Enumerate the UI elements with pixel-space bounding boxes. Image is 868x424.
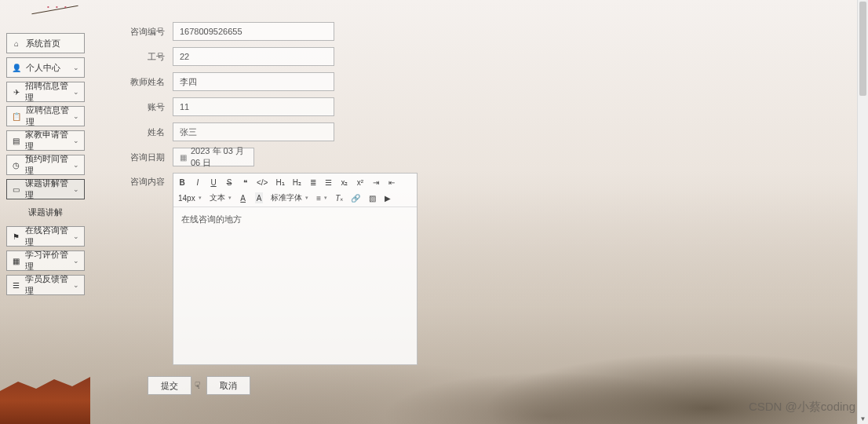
sidebar-item-label: 学员反馈管理 — [25, 273, 73, 297]
job-no-input[interactable] — [173, 47, 334, 66]
consult-no-input[interactable] — [173, 22, 334, 41]
sidebar-item-label: 招聘信息管理 — [25, 80, 73, 104]
chevron-down-icon: ⌄ — [73, 161, 79, 169]
chevron-down-icon: ⌄ — [73, 88, 79, 96]
sidebar-item-label: 家教申请管理 — [25, 129, 73, 152]
clipboard-icon: 📋 — [12, 111, 21, 121]
editor-toolbar: B I U S ❝ </> H₁ H₂ ≣ ☰ x₂ x² ⇥ ⇤ 14px▾ … — [173, 174, 417, 207]
consult-content-label: 咨询内容 — [116, 176, 165, 188]
scroll-down-arrow-icon[interactable]: ▼ — [858, 413, 868, 424]
sidebar-item-lecture[interactable]: ▭ 课题讲解管理 ⌄ — [6, 179, 85, 199]
code-button[interactable]: </> — [257, 177, 268, 188]
ordered-list-button[interactable]: ≣ — [309, 177, 317, 188]
superscript-button[interactable]: x² — [356, 177, 364, 188]
flag-icon: ⚑ — [12, 232, 20, 241]
chevron-down-icon: ⌄ — [73, 232, 79, 240]
sidebar-item-label: 应聘信息管理 — [26, 104, 73, 128]
account-label: 账号 — [116, 101, 165, 113]
send-icon: ✈ — [12, 87, 20, 97]
clock-icon: ◷ — [12, 160, 20, 170]
sidebar-item-label: 学习评价管理 — [25, 249, 73, 272]
bold-button[interactable]: B — [178, 177, 186, 188]
strike-button[interactable]: S — [225, 177, 233, 188]
chevron-down-icon: ⌄ — [73, 185, 79, 193]
italic-button[interactable]: I — [194, 177, 202, 188]
sidebar-item-consult[interactable]: ⚑ 在线咨询管理 ⌄ — [6, 226, 85, 247]
home-icon: ⌂ — [12, 38, 21, 48]
sidebar-subitem-label: 课题讲解 — [28, 207, 63, 218]
main-form: 咨询编号 工号 教师姓名 账号 姓名 咨询日期 ▦ 2023 年 03 月 06… — [116, 22, 852, 395]
sidebar-item-label: 系统首页 — [26, 38, 60, 49]
chevron-down-icon: ⌄ — [73, 64, 79, 71]
indent-button[interactable]: ⇥ — [372, 177, 380, 188]
account-input[interactable] — [173, 97, 334, 116]
feedback-icon: ☰ — [12, 280, 20, 290]
h1-button[interactable]: H₁ — [275, 177, 284, 188]
sidebar-item-schedule[interactable]: ◷ 预约时间管理 ⌄ — [6, 155, 85, 175]
book-icon: ▤ — [12, 136, 20, 145]
chevron-down-icon: ⌄ — [73, 257, 79, 265]
user-icon: 👤 — [12, 63, 21, 72]
cursor-icon: ☟ — [195, 380, 200, 391]
sidebar-item-profile[interactable]: 👤 个人中心 ⌄ — [6, 57, 85, 78]
sidebar-item-label: 在线咨询管理 — [25, 225, 73, 248]
unordered-list-button[interactable]: ☰ — [325, 177, 333, 188]
name-input[interactable] — [173, 122, 334, 141]
sidebar-item-label: 个人中心 — [26, 62, 60, 74]
link-button[interactable]: 🔗 — [351, 192, 360, 203]
fontsize-select[interactable]: 14px▾ — [178, 194, 202, 203]
job-no-label: 工号 — [116, 51, 165, 63]
chevron-down-icon: ⌄ — [73, 112, 79, 120]
scrollbar-thumb[interactable] — [859, 2, 866, 96]
sidebar-item-label: 预约时间管理 — [25, 153, 73, 177]
submit-button[interactable]: 提交 — [148, 376, 191, 395]
paragraph-select[interactable]: 文本▾ — [210, 192, 232, 203]
clear-format-button[interactable]: Tₓ — [335, 192, 343, 203]
chevron-down-icon: ⌄ — [73, 281, 79, 289]
sidebar-item-tutor[interactable]: ▤ 家教申请管理 ⌄ — [6, 130, 85, 151]
sidebar-item-feedback[interactable]: ☰ 学员反馈管理 ⌄ — [6, 275, 85, 295]
calendar-icon: ▦ — [180, 153, 187, 162]
sidebar-subitem-lecture[interactable]: 课题讲解 — [6, 203, 85, 221]
teacher-name-input[interactable] — [173, 72, 334, 91]
quote-button[interactable]: ❝ — [241, 177, 249, 188]
image-button[interactable]: ▧ — [368, 192, 376, 203]
fontfamily-select[interactable]: 标准字体▾ — [271, 192, 308, 203]
sidebar-item-apply[interactable]: 📋 应聘信息管理 ⌄ — [6, 106, 85, 126]
vertical-scrollbar[interactable]: ▲ ▼ — [857, 0, 868, 424]
consult-date-label: 咨询日期 — [116, 152, 165, 163]
bg-color-button[interactable]: A — [255, 192, 264, 203]
chat-icon: ▭ — [12, 185, 20, 194]
outdent-button[interactable]: ⇤ — [388, 177, 396, 188]
text-color-button[interactable]: A — [239, 192, 247, 203]
chevron-down-icon: ⌄ — [73, 137, 79, 144]
h2-button[interactable]: H₂ — [293, 177, 301, 188]
subscript-button[interactable]: x₂ — [341, 177, 348, 188]
video-button[interactable]: ▶ — [384, 192, 392, 203]
sidebar-item-label: 课题讲解管理 — [25, 177, 73, 201]
sidebar-item-recruit[interactable]: ✈ 招聘信息管理 ⌄ — [6, 82, 85, 102]
rich-text-editor: B I U S ❝ </> H₁ H₂ ≣ ☰ x₂ x² ⇥ ⇤ 14px▾ … — [173, 173, 418, 365]
name-label: 姓名 — [116, 126, 165, 138]
consult-date-value: 2023 年 03 月 06 日 — [191, 145, 247, 169]
editor-content[interactable]: 在线咨询的地方 — [173, 207, 417, 364]
sidebar: ⌂ 系统首页 👤 个人中心 ⌄ ✈ 招聘信息管理 ⌄ 📋 应聘信息管理 ⌄ ▤ … — [6, 33, 85, 299]
watermark: CSDN @小蔡coding — [749, 400, 855, 415]
sidebar-item-home[interactable]: ⌂ 系统首页 — [6, 33, 85, 53]
consult-date-input[interactable]: ▦ 2023 年 03 月 06 日 — [173, 148, 254, 166]
grid-icon: ▦ — [12, 256, 20, 265]
underline-button[interactable]: U — [210, 177, 217, 188]
align-select[interactable]: ≡▾ — [316, 194, 327, 203]
sidebar-item-review[interactable]: ▦ 学习评价管理 ⌄ — [6, 250, 85, 271]
consult-no-label: 咨询编号 — [116, 26, 165, 38]
teacher-name-label: 教师姓名 — [116, 76, 165, 88]
cancel-button[interactable]: 取消 — [206, 376, 250, 395]
